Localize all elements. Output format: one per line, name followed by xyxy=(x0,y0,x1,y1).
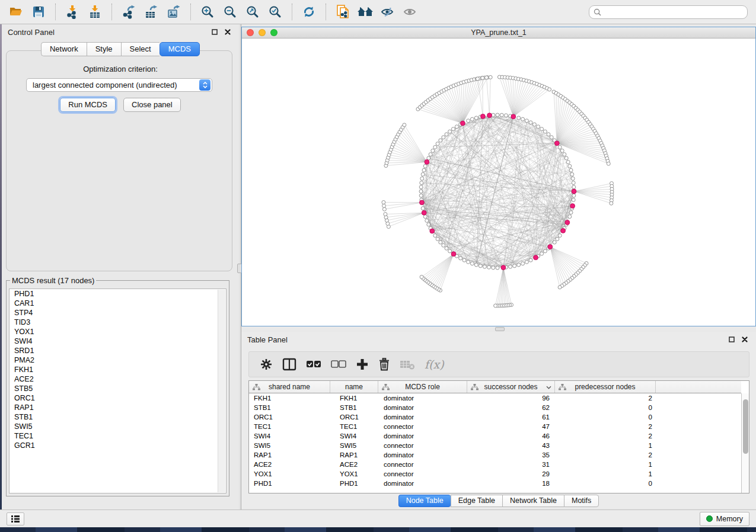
network-node[interactable] xyxy=(448,249,452,253)
network-node[interactable] xyxy=(521,262,525,265)
network-hub-node[interactable] xyxy=(422,210,426,215)
memory-button[interactable]: Memory xyxy=(700,512,749,526)
show-all-button[interactable] xyxy=(401,2,420,21)
network-leaf-node[interactable] xyxy=(403,123,406,127)
network-leaf-node[interactable] xyxy=(489,75,492,79)
mcds-list-scrollbar[interactable] xyxy=(218,290,225,492)
network-node[interactable] xyxy=(571,177,575,180)
network-node[interactable] xyxy=(550,136,553,139)
network-node[interactable] xyxy=(572,198,575,201)
network-leaf-node[interactable] xyxy=(476,77,480,81)
new-network-from-selection-button[interactable] xyxy=(333,2,352,21)
network-node[interactable] xyxy=(556,237,559,241)
network-hub-node[interactable] xyxy=(572,189,576,194)
network-node[interactable] xyxy=(487,265,491,269)
network-node[interactable] xyxy=(492,266,495,270)
network-hub-node[interactable] xyxy=(430,229,435,233)
network-hub-node[interactable] xyxy=(461,121,465,126)
task-history-button[interactable] xyxy=(7,512,24,525)
network-node[interactable] xyxy=(500,113,503,117)
search-input[interactable] xyxy=(601,6,747,18)
network-hub-node[interactable] xyxy=(501,265,506,270)
export-network-button[interactable] xyxy=(119,2,138,21)
table-row[interactable]: SWI5SWI5connector431 xyxy=(249,441,741,450)
close-mcds-panel-button[interactable]: Close panel xyxy=(123,98,181,112)
network-hub-node[interactable] xyxy=(451,252,456,257)
mcds-result-item[interactable]: SRD1 xyxy=(9,346,226,355)
network-leaf-node[interactable] xyxy=(558,286,562,289)
show-columns-button[interactable] xyxy=(277,355,301,373)
mcds-result-item[interactable]: RAP1 xyxy=(9,403,226,412)
network-node[interactable] xyxy=(423,164,427,168)
network-node[interactable] xyxy=(421,207,425,210)
tab-select[interactable]: Select xyxy=(121,42,160,56)
network-node[interactable] xyxy=(467,260,470,264)
import-network-button[interactable] xyxy=(63,2,82,21)
network-node[interactable] xyxy=(419,194,423,197)
network-node[interactable] xyxy=(419,190,423,193)
network-node[interactable] xyxy=(431,149,435,152)
add-column-button[interactable] xyxy=(351,355,374,373)
select-all-button[interactable] xyxy=(301,355,326,373)
network-node[interactable] xyxy=(439,139,442,142)
table-row[interactable]: SWI4SWI4dominator462 xyxy=(249,431,741,441)
delete-column-button[interactable] xyxy=(374,355,395,373)
network-node[interactable] xyxy=(532,123,536,126)
splitter-grip[interactable] xyxy=(495,327,505,331)
run-mcds-button[interactable]: Run MCDS xyxy=(60,98,116,112)
table-settings-button[interactable] xyxy=(255,355,277,373)
network-node[interactable] xyxy=(419,185,423,189)
network-node[interactable] xyxy=(433,234,437,238)
network-hub-node[interactable] xyxy=(570,204,575,209)
network-titlebar[interactable]: YPA_prune.txt_1 xyxy=(242,27,755,39)
mcds-result-item[interactable]: ORC1 xyxy=(9,393,226,403)
float-panel-button[interactable] xyxy=(209,27,220,37)
network-canvas[interactable] xyxy=(242,39,755,326)
table-row[interactable]: YOX1YOX1connector291 xyxy=(249,469,741,479)
column-header-shared-name[interactable]: shared name xyxy=(249,381,330,393)
mcds-result-item[interactable]: FKH1 xyxy=(9,365,226,374)
network-leaf-node[interactable] xyxy=(382,201,385,204)
minimize-window-icon[interactable] xyxy=(259,29,266,36)
network-node[interactable] xyxy=(496,113,499,117)
network-node[interactable] xyxy=(529,121,532,124)
network-node[interactable] xyxy=(572,185,576,189)
table-row[interactable]: STB1STB1dominator620 xyxy=(249,403,741,412)
network-node[interactable] xyxy=(459,257,462,260)
network-node[interactable] xyxy=(427,223,430,226)
table-row[interactable]: PHD1PHD1dominator180 xyxy=(249,479,741,488)
mcds-result-item[interactable]: PHD1 xyxy=(9,289,226,299)
network-node[interactable] xyxy=(513,264,516,268)
mcds-result-item[interactable]: STP4 xyxy=(9,308,226,318)
network-node[interactable] xyxy=(425,219,429,222)
tab-network[interactable]: Network xyxy=(41,42,87,56)
mcds-result-item[interactable]: CAR1 xyxy=(9,299,226,308)
mcds-result-item[interactable]: TEC1 xyxy=(9,431,226,441)
table-row[interactable]: ACE2ACE2connector311 xyxy=(249,460,741,469)
network-leaf-node[interactable] xyxy=(382,207,386,211)
network-node[interactable] xyxy=(517,116,521,120)
close-table-panel-button[interactable] xyxy=(739,334,750,345)
network-hub-node[interactable] xyxy=(487,113,492,118)
network-node[interactable] xyxy=(564,156,568,160)
network-leaf-node[interactable] xyxy=(485,76,489,79)
network-leaf-node[interactable] xyxy=(420,275,423,279)
mcds-result-item[interactable]: GCR1 xyxy=(9,441,226,450)
network-hub-node[interactable] xyxy=(425,160,429,165)
network-node[interactable] xyxy=(521,117,525,121)
network-node[interactable] xyxy=(420,181,423,185)
network-node[interactable] xyxy=(558,145,562,149)
network-leaf-node[interactable] xyxy=(481,76,484,80)
hide-selected-button[interactable] xyxy=(378,2,397,21)
column-header-MCDS-role[interactable]: MCDS role xyxy=(378,381,467,393)
network-hub-node[interactable] xyxy=(481,114,486,119)
network-node[interactable] xyxy=(547,133,550,136)
column-header-name[interactable]: name xyxy=(330,381,378,393)
mcds-result-item[interactable]: ACE2 xyxy=(9,374,226,384)
network-hub-node[interactable] xyxy=(511,114,516,119)
network-node[interactable] xyxy=(572,194,576,197)
graphics-details-button[interactable] xyxy=(356,2,375,21)
mcds-result-list[interactable]: PHD1CAR1STP4TID3YOX1SWI4SRD1PMA2FKH1ACE2… xyxy=(9,289,227,493)
network-node[interactable] xyxy=(543,249,547,253)
zoom-in-button[interactable] xyxy=(198,2,217,21)
